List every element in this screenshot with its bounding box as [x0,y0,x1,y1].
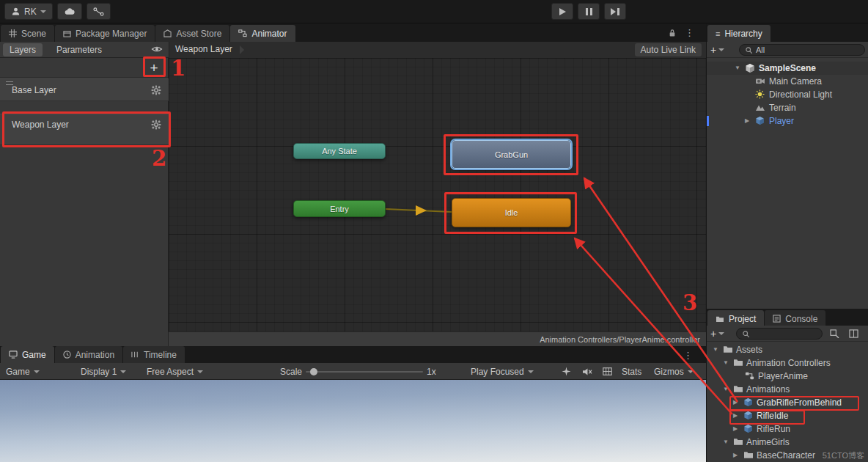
parameters-tab[interactable]: Parameters [50,43,108,56]
hierarchy-scene-row[interactable]: ▼ SampleScene [707,62,868,75]
step-button[interactable] [604,3,626,20]
project-item-animations[interactable]: ▼ Animations [707,383,868,396]
project-item-grabriflefrombehind[interactable]: ▶ GrabRifleFromBehind [707,396,868,409]
camera-icon [755,76,765,86]
tab-package-manager-label: Package Manager [76,29,147,39]
tab-animator[interactable]: Animator [230,25,295,42]
auto-live-link-button[interactable]: Auto Live Link [635,43,702,56]
pause-button[interactable] [578,3,600,20]
pause-icon [586,8,592,15]
tab-package-manager[interactable]: Package Manager [55,25,155,42]
hierarchy-item-terrain[interactable]: Terrain [707,101,868,114]
cloud-button[interactable] [57,3,82,20]
expander-icon[interactable]: ▶ [733,399,738,406]
aspect-dropdown[interactable]: Free Aspect [142,364,207,378]
scale-slider[interactable] [306,371,423,373]
expander-icon[interactable]: ▼ [723,386,729,392]
scale-slider-knob[interactable] [310,368,317,375]
layer-weapon-label: Weapon Layer [12,120,69,130]
add-layer-button[interactable]: + [146,60,162,76]
watermark: 51CTO博客 [823,450,864,461]
project-item-assets[interactable]: ▼ Assets [707,343,868,356]
layers-tab[interactable]: Layers [3,43,43,56]
hierarchy-item-main-camera[interactable]: Main Camera [707,75,868,88]
game-target-dropdown[interactable]: Game [1,364,44,378]
version-control-button[interactable] [87,3,111,20]
folder-icon [733,437,743,446]
create-asset-button[interactable]: + [710,328,724,340]
expander-icon[interactable]: ▼ [723,359,729,366]
tab-animation[interactable]: Animation [55,346,122,363]
grid-toggle-icon[interactable] [598,364,617,378]
gear-icon[interactable] [151,120,161,130]
project-item-riflerun[interactable]: ▶ RifleRun [707,422,868,436]
tab-asset-store[interactable]: Asset Store [155,25,229,42]
tab-asset-store-label: Asset Store [176,29,221,39]
breadcrumb-bar: Weapon Layer Auto Live Link [169,42,706,58]
expander-icon[interactable]: ▶ [733,425,738,432]
tab-timeline[interactable]: Timeline [123,346,185,363]
breadcrumb[interactable]: Weapon Layer [175,44,232,54]
expander-icon[interactable]: ▼ [713,346,718,353]
play-button[interactable] [551,3,573,20]
panel-menu-icon[interactable]: ⋮ [683,350,693,361]
tab-console[interactable]: Console [765,310,825,327]
asset-store-icon [163,29,172,37]
animation-clock-icon [63,351,71,359]
state-node-grabgun[interactable]: GrabGun [452,140,571,169]
expander-icon[interactable]: ▶ [745,117,749,124]
hidden-packages-icon[interactable] [849,329,858,338]
expander-icon[interactable]: ▶ [733,452,738,458]
state-node-idle[interactable]: Idle [452,198,571,227]
stats-button[interactable]: Stats [617,364,646,378]
model-cube-icon [743,411,753,420]
hierarchy-search[interactable]: All [739,44,865,56]
create-object-button[interactable]: + [710,44,724,56]
project-item-animegirls[interactable]: ▼ AnimeGirls [707,436,868,449]
lock-icon[interactable] [669,29,676,37]
panel-menu-icon[interactable]: ⋮ [685,27,694,38]
top-toolbar: RK [0,0,868,23]
expander-icon[interactable]: ▼ [723,439,729,445]
breadcrumb-chevron-icon [240,45,246,55]
right-panel: ≡ Hierarchy + All ▼ SampleScene Main Cam… [706,23,868,462]
hierarchy-item-directional-light[interactable]: Directional Light [707,88,868,101]
layer-item-base[interactable]: Base Layer [0,78,169,101]
project-item-animation-controllers[interactable]: ▼ Animation Controllers [707,356,868,370]
gear-icon[interactable] [151,85,161,95]
project-item-rifleidle[interactable]: ▶ RifleIdle [707,409,868,422]
animator-graph[interactable]: Any State GrabGun Entry Idle Animation C… [169,58,706,346]
tab-timeline-label: Timeline [144,350,177,360]
play-focused-dropdown[interactable]: Play Focused [466,364,538,378]
account-button[interactable]: RK [4,3,53,20]
tab-game[interactable]: Game [1,346,54,363]
expander-icon[interactable]: ▶ [733,412,738,419]
mute-audio-icon[interactable] [578,364,597,378]
state-node-any-state[interactable]: Any State [293,143,386,159]
window-tab-bar: Scene Package Manager Asset Store Animat… [0,23,706,42]
search-in-assets-icon[interactable] [830,329,839,338]
project-search[interactable] [736,328,823,340]
eye-icon[interactable] [151,45,163,54]
gizmos-dropdown[interactable]: Gizmos [650,364,698,378]
tab-project-label: Project [729,314,756,324]
tab-game-label: Game [22,350,46,360]
terrain-icon [755,103,765,111]
tab-scene[interactable]: Scene [1,25,54,42]
game-view-viewport[interactable] [0,380,706,462]
step-icon [611,8,616,15]
play-controls [551,3,626,20]
folder-icon [716,315,724,323]
layer-item-weapon[interactable]: Weapon Layer [0,114,169,145]
tab-hierarchy[interactable]: ≡ Hierarchy [707,25,770,42]
tab-project[interactable]: Project [707,310,764,327]
expander-icon[interactable]: ▼ [735,65,740,71]
animator-controller-icon [745,371,754,381]
display-dropdown[interactable]: Display 1 [76,364,130,378]
flare-toggle-icon[interactable] [557,364,575,378]
folder-icon [733,358,743,367]
tab-hierarchy-label: Hierarchy [724,29,762,39]
project-item-playeranime[interactable]: PlayerAnime [707,370,868,383]
hierarchy-item-player[interactable]: ▶ Player [707,114,868,128]
state-node-entry[interactable]: Entry [293,200,386,217]
